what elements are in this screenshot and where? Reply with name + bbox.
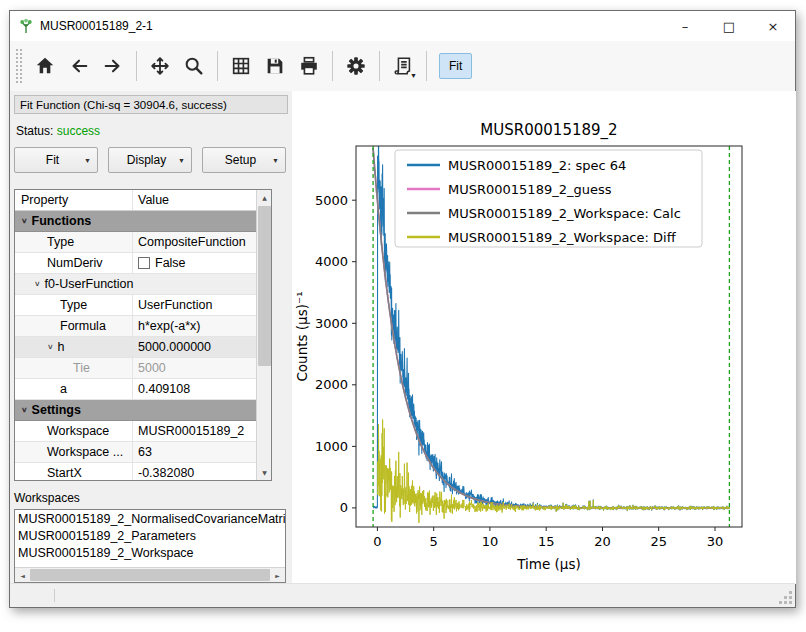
svg-text:5: 5 [430,534,438,549]
column-property: Property [15,190,133,210]
home-icon[interactable] [28,49,62,83]
property-row[interactable]: TypeCompositeFunction [15,232,256,253]
fit-menu-button[interactable]: Fit▼ [14,147,98,173]
chevron-down-icon: ▼ [178,157,185,164]
status-bar [10,583,795,607]
property-label: NumDeriv [47,253,103,273]
fit-function-header: Fit Function (Chi-sq = 30904.6, success) [14,95,288,114]
toolbar-separator [217,51,218,81]
property-value[interactable]: 0.409108 [133,379,256,399]
subplots-grid-icon[interactable] [224,49,258,83]
property-label: Workspace ... [47,442,123,462]
plot-legend: MUSR00015189_2: spec 64 MUSR00015189_2_g… [395,150,702,247]
property-row[interactable]: Formulah*exp(-a*x) [15,316,256,337]
chevron-down-icon: ▼ [84,157,91,164]
chevron-expand-icon[interactable]: ∨ [34,276,41,292]
property-value[interactable]: MUSR00015189_2 [133,421,256,441]
property-row[interactable]: StartX-0.382080 [15,463,256,480]
scroll-down-icon[interactable]: ▼ [257,465,272,480]
property-row[interactable]: WorkspaceMUSR00015189_2 [15,421,256,442]
scroll-up-icon[interactable]: ▲ [257,190,272,205]
property-row[interactable]: TypeUserFunction [15,295,256,316]
svg-text:15: 15 [538,534,555,549]
toolbar-separator [332,51,333,81]
property-row[interactable]: a0.409108 [15,379,256,400]
property-value[interactable]: 5000 [133,358,256,378]
scroll-left-icon[interactable]: ◄ [15,568,30,582]
hscrollbar-thumb[interactable] [30,569,270,581]
plot-toolbar: ▼ Fit [10,41,795,91]
workspace-list-item[interactable]: MUSR00015189_2_Parameters [18,528,285,545]
workspaces-label: Workspaces [14,491,292,505]
generate-script-icon[interactable]: ▼ [386,49,420,83]
workspaces-hscrollbar[interactable]: ◄ ► [15,567,285,582]
window-title: MUSR00015189_2-1 [40,19,663,33]
property-table-scrollbar[interactable]: ▲ ▼ [256,190,271,480]
property-value[interactable]: 5000.000000 [133,337,256,357]
minimize-button[interactable]: – [663,11,707,41]
mantid-app-icon [18,18,34,34]
svg-text:25: 25 [650,534,667,549]
back-arrow-icon[interactable] [62,49,96,83]
property-section-row[interactable]: ∨Functions [15,211,256,232]
svg-text:10: 10 [482,534,499,549]
setup-menu-button[interactable]: Setup▼ [202,147,286,173]
close-button[interactable]: × [751,11,795,41]
chevron-expand-icon[interactable]: ∨ [21,402,28,418]
property-row[interactable]: NumDerivFalse [15,253,256,274]
svg-text:MUSR00015189_2_guess: MUSR00015189_2_guess [448,182,612,197]
workspace-list-item[interactable]: MUSR00015189_2_NormalisedCovarianceMatri… [18,511,285,528]
property-value[interactable]: CompositeFunction [133,232,256,252]
status-label: Status: [16,124,53,138]
property-label: a [60,379,67,399]
chevron-expand-icon[interactable]: ∨ [21,213,28,229]
print-icon[interactable] [292,49,326,83]
fit-plot-canvas[interactable]: MUSR00015189_205101520253001000200030004… [292,91,795,583]
forward-arrow-icon[interactable] [96,49,130,83]
workspace-list-item[interactable]: MUSR00015189_2_Workspace [18,545,285,562]
svg-text:MUSR00015189_2: spec 64: MUSR00015189_2: spec 64 [448,158,626,173]
chevron-expand-icon[interactable]: ∨ [47,339,54,355]
pan-move-icon[interactable] [143,49,177,83]
property-label: StartX [47,463,82,480]
zoom-magnifier-icon[interactable] [177,49,211,83]
plot-title: MUSR00015189_2 [480,121,617,140]
property-value[interactable]: False [133,253,256,273]
toolbar-drag-handle[interactable] [16,49,22,83]
display-menu-button[interactable]: Display▼ [108,147,192,173]
property-label: Type [47,232,74,252]
column-value: Value [133,190,256,210]
property-table-header: Property Value [15,190,256,211]
property-value[interactable]: 63 [133,442,256,462]
toolbar-separator [379,51,380,81]
scroll-right-icon[interactable]: ► [270,568,285,582]
property-label: Formula [60,316,106,336]
maximize-button[interactable]: □ [707,11,751,41]
customize-gear-icon[interactable] [339,49,373,83]
scrollbar-thumb[interactable] [258,206,271,366]
script-dropdown-arrow: ▼ [410,72,417,79]
title-bar[interactable]: MUSR00015189_2-1 – □ × [10,11,795,41]
section-label: f0-UserFunction [45,274,134,294]
status-value: success [57,124,100,138]
resize-grip-icon[interactable] [780,592,792,604]
property-section-row[interactable]: ∨f0-UserFunction [15,274,256,295]
checkbox[interactable] [138,257,150,269]
svg-text:2000: 2000 [315,377,348,392]
property-table: Property Value ∨FunctionsTypeCompositeFu… [14,189,272,481]
property-section-row[interactable]: ∨Settings [15,400,256,421]
svg-text:20: 20 [594,534,611,549]
svg-text:4000: 4000 [315,254,348,269]
property-row[interactable]: ∨h5000.000000 [15,337,256,358]
property-value[interactable]: UserFunction [133,295,256,315]
svg-text:3000: 3000 [315,316,348,331]
property-label: Tie [73,358,90,378]
save-floppy-icon[interactable] [258,49,292,83]
property-row[interactable]: Workspace ...63 [15,442,256,463]
workspaces-list[interactable]: MUSR00015189_2_NormalisedCovarianceMatri… [14,509,286,583]
property-value[interactable]: h*exp(-a*x) [133,316,256,336]
property-value[interactable]: -0.382080 [133,463,256,480]
property-row[interactable]: Tie5000 [15,358,256,379]
fit-toggle-button[interactable]: Fit [439,53,472,79]
svg-text:MUSR00015189_2_Workspace: Diff: MUSR00015189_2_Workspace: Diff [448,230,677,245]
